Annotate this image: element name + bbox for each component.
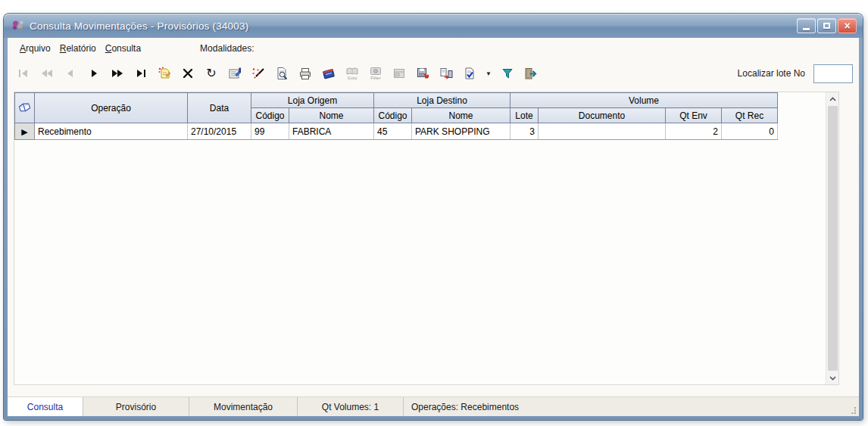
toolbar: ↻ bbox=[8, 59, 859, 88]
filter-image-button: Filter bbox=[366, 64, 386, 83]
refresh-icon: ↻ bbox=[206, 67, 216, 79]
row-selector-cell[interactable]: ▶ bbox=[15, 123, 35, 140]
delete-record-icon bbox=[180, 66, 195, 81]
column-header-qt-env[interactable]: Qt Env bbox=[666, 108, 722, 123]
grid-settings-button bbox=[389, 64, 409, 83]
maximize-icon bbox=[823, 23, 830, 29]
window-title: Consulta Movimentações - Provisórios (34… bbox=[30, 20, 797, 32]
cell-destino-nome[interactable]: PARK SHOPPING bbox=[412, 123, 510, 140]
exit-icon bbox=[523, 66, 539, 81]
app-window: Consulta Movimentações - Provisórios (34… bbox=[4, 14, 863, 420]
save-export-button[interactable] bbox=[413, 64, 432, 83]
menu-relatorio[interactable]: Relatório bbox=[55, 41, 101, 56]
column-header-qt-rec[interactable]: Qt Rec bbox=[722, 108, 778, 123]
nav-last-button[interactable] bbox=[131, 64, 151, 83]
cell-origem-codigo[interactable]: 99 bbox=[251, 123, 289, 140]
chevron-up-icon bbox=[829, 97, 836, 101]
resize-grip-icon bbox=[850, 407, 857, 414]
filter-caption: Filter bbox=[370, 76, 380, 80]
export-book-button[interactable] bbox=[436, 64, 456, 83]
column-header-operacao[interactable]: Operação bbox=[35, 93, 188, 123]
cell-origem-nome[interactable]: FABRICA bbox=[289, 123, 374, 140]
export-book-icon bbox=[439, 66, 454, 81]
magic-wand-icon bbox=[251, 66, 266, 81]
menu-arquivo[interactable]: Arquivo bbox=[15, 41, 55, 56]
cell-documento[interactable] bbox=[539, 123, 666, 140]
group-header-loja-origem: Loja Origem bbox=[251, 93, 374, 108]
confirm-dropdown-button[interactable]: ▼ bbox=[483, 64, 494, 83]
selector-column-header bbox=[15, 93, 35, 123]
confirm-document-button[interactable] bbox=[460, 64, 479, 83]
status-bar: Consulta Provisório Movimentação Qt Volu… bbox=[8, 396, 859, 416]
cell-qt-rec[interactable]: 0 bbox=[722, 123, 778, 140]
magic-wand-button[interactable] bbox=[248, 64, 268, 83]
nav-next-page-button[interactable] bbox=[108, 64, 127, 83]
scroll-up-button[interactable] bbox=[826, 92, 838, 105]
refresh-button[interactable]: ↻ bbox=[201, 64, 221, 83]
status-panel-consulta: Consulta bbox=[8, 397, 83, 416]
group-header-loja-destino: Loja Destino bbox=[374, 93, 510, 108]
grid-viewport: Operação Data Loja Origem Loja Destino V… bbox=[14, 92, 839, 385]
nav-next-button[interactable] bbox=[84, 64, 104, 83]
edit-properties-icon bbox=[227, 66, 242, 81]
dropdown-arrow-icon: ▼ bbox=[484, 70, 493, 77]
close-button[interactable]: × bbox=[838, 18, 857, 33]
scroll-down-button[interactable] bbox=[826, 372, 838, 384]
cell-destino-codigo[interactable]: 45 bbox=[374, 123, 412, 140]
print-button[interactable] bbox=[295, 64, 315, 83]
nav-first-button bbox=[14, 64, 33, 83]
insert-record-button[interactable] bbox=[155, 64, 174, 83]
annotations-book-icon bbox=[321, 66, 336, 81]
nav-next-page-icon bbox=[110, 66, 125, 81]
row-indicator-icon: ▶ bbox=[21, 127, 27, 136]
scrollbar-thumb[interactable] bbox=[828, 106, 838, 371]
localizar-lote-label: Localizar lote No bbox=[738, 68, 805, 79]
filter-funnel-icon bbox=[500, 66, 515, 81]
maximize-button[interactable] bbox=[817, 18, 836, 33]
app-icon bbox=[11, 20, 25, 32]
filter-funnel-button[interactable] bbox=[498, 64, 517, 83]
minimize-button[interactable] bbox=[797, 18, 816, 33]
cell-qt-env[interactable]: 2 bbox=[666, 123, 722, 140]
goto-caption: Goto bbox=[347, 76, 357, 80]
delete-record-button[interactable] bbox=[178, 64, 198, 83]
column-header-destino-nome[interactable]: Nome bbox=[412, 108, 510, 123]
nav-prior-page-icon bbox=[39, 66, 55, 81]
title-bar[interactable]: Consulta Movimentações - Provisórios (34… bbox=[4, 14, 863, 38]
client-area: Arquivo Relatório Consulta Modalidades: bbox=[8, 38, 859, 416]
nav-prior-icon bbox=[63, 66, 78, 81]
print-preview-button[interactable] bbox=[272, 64, 292, 83]
column-header-lote[interactable]: Lote bbox=[510, 108, 539, 123]
status-panel-provisorio: Provisório bbox=[83, 397, 189, 416]
table-row[interactable]: ▶ Recebimento 27/10/2015 99 FABRICA 45 P… bbox=[15, 123, 778, 140]
goto-button: Goto bbox=[342, 64, 362, 83]
nav-first-icon bbox=[16, 66, 31, 81]
grid-settings-icon bbox=[392, 66, 407, 81]
menu-consulta[interactable]: Consulta bbox=[101, 41, 145, 56]
movimentacoes-table: Operação Data Loja Origem Loja Destino V… bbox=[14, 92, 778, 140]
nav-last-icon bbox=[133, 66, 148, 81]
nav-prior-button bbox=[61, 64, 80, 83]
chevron-down-icon bbox=[829, 376, 836, 381]
exit-button[interactable] bbox=[521, 64, 541, 83]
status-panel-operacoes: Operações: Recebimentos bbox=[404, 397, 848, 416]
grid-book-icon bbox=[18, 102, 31, 112]
resize-grip[interactable] bbox=[848, 397, 859, 416]
column-header-documento[interactable]: Documento bbox=[539, 108, 666, 123]
column-header-destino-codigo[interactable]: Código bbox=[374, 108, 412, 123]
column-header-origem-nome[interactable]: Nome bbox=[289, 108, 374, 123]
column-header-origem-codigo[interactable]: Código bbox=[251, 108, 289, 123]
insert-record-icon bbox=[157, 66, 172, 81]
menu-bar: Arquivo Relatório Consulta Modalidades: bbox=[8, 38, 859, 59]
localizar-lote-input[interactable] bbox=[813, 64, 853, 83]
annotations-book-button[interactable] bbox=[319, 64, 339, 83]
print-preview-icon bbox=[274, 66, 289, 81]
cell-operacao[interactable]: Recebimento bbox=[35, 123, 188, 140]
column-header-data[interactable]: Data bbox=[188, 93, 251, 123]
cell-data[interactable]: 27/10/2015 bbox=[188, 123, 251, 140]
minimize-icon bbox=[803, 28, 810, 30]
cell-lote[interactable]: 3 bbox=[510, 123, 539, 140]
vertical-scrollbar[interactable] bbox=[826, 92, 838, 384]
edit-properties-button[interactable] bbox=[225, 64, 245, 83]
nav-prior-page-button bbox=[37, 64, 57, 83]
